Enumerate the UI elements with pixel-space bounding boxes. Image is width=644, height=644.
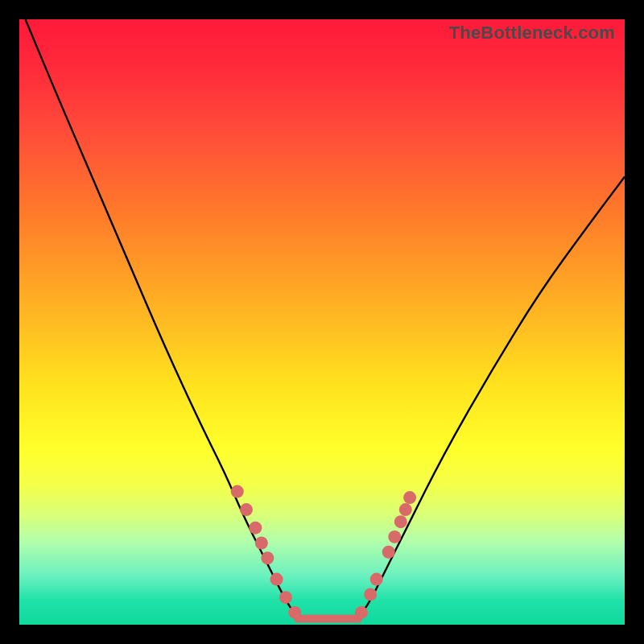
data-marker — [270, 573, 283, 586]
outer-frame: TheBottleneck.com — [0, 0, 644, 644]
data-marker — [288, 606, 301, 619]
chart-svg — [19, 19, 625, 625]
data-marker — [355, 606, 368, 619]
data-marker — [279, 591, 292, 604]
data-marker — [399, 503, 412, 516]
data-marker — [388, 530, 401, 543]
curve-right — [358, 177, 625, 619]
marker-group — [231, 485, 416, 619]
data-marker — [249, 522, 262, 535]
data-marker — [403, 491, 416, 504]
data-marker — [261, 551, 274, 564]
data-marker — [370, 573, 383, 586]
data-marker — [364, 588, 377, 601]
plot-area: TheBottleneck.com — [19, 19, 625, 625]
data-marker — [231, 485, 244, 498]
data-marker — [394, 515, 407, 528]
data-marker — [382, 546, 395, 559]
data-marker — [240, 503, 253, 516]
data-marker — [255, 536, 268, 549]
